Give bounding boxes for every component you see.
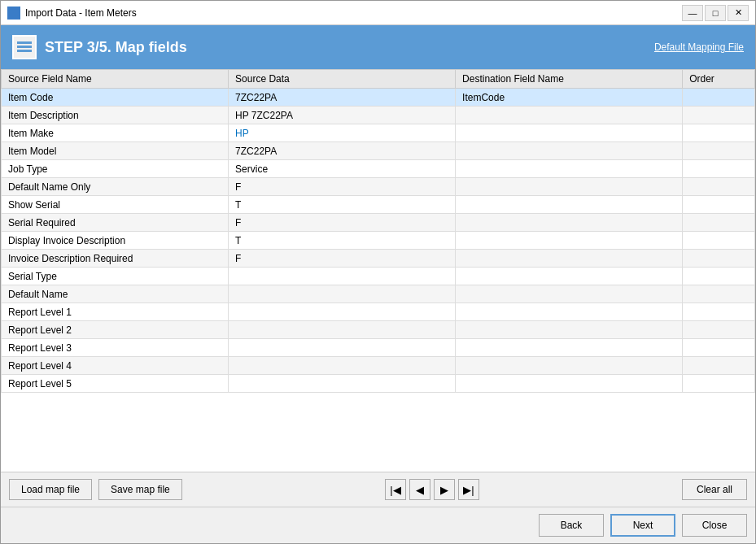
source-data-cell — [229, 375, 456, 393]
last-record-button[interactable]: ▶| — [458, 479, 479, 500]
header-left: STEP 3/5. Map fields — [12, 35, 187, 59]
svg-rect-0 — [9, 8, 13, 12]
bottom-left-buttons: Load map file Save map file — [9, 479, 182, 500]
dest-field-cell — [456, 214, 683, 232]
table-row[interactable]: Report Level 2 — [2, 321, 755, 339]
step-title: STEP 3/5. Map fields — [45, 39, 187, 56]
table-row[interactable]: Item MakeHP — [2, 124, 755, 142]
table-row[interactable]: Job TypeService — [2, 160, 755, 178]
back-button[interactable]: Back — [539, 514, 604, 537]
title-bar: Import Data - Item Meters — □ ✕ — [1, 1, 755, 25]
table-row[interactable]: Show SerialT — [2, 196, 755, 214]
table-row[interactable]: Report Level 5 — [2, 375, 755, 393]
source-field-cell: Report Level 5 — [2, 375, 229, 393]
order-cell — [683, 160, 755, 178]
col-header-order: Order — [683, 70, 755, 89]
table-row[interactable]: Serial RequiredF — [2, 214, 755, 232]
dest-field-cell — [456, 178, 683, 196]
order-cell — [683, 232, 755, 250]
dest-field-cell — [456, 321, 683, 339]
source-field-cell: Report Level 1 — [2, 303, 229, 321]
order-cell — [683, 339, 755, 357]
source-field-cell: Item Description — [2, 107, 229, 124]
order-cell — [683, 285, 755, 303]
order-cell — [683, 89, 755, 107]
dest-field-cell — [456, 196, 683, 214]
source-field-cell: Default Name Only — [2, 178, 229, 196]
table-row[interactable]: Item DescriptionHP 7ZC22PA — [2, 107, 755, 124]
table-row[interactable]: Report Level 4 — [2, 357, 755, 375]
source-data-cell — [229, 339, 456, 357]
title-bar-left: Import Data - Item Meters — [7, 7, 137, 20]
source-data-cell: 7ZC22PA — [229, 89, 456, 107]
load-map-button[interactable]: Load map file — [9, 479, 92, 500]
source-data-cell — [229, 268, 456, 285]
order-cell — [683, 375, 755, 393]
source-field-cell: Show Serial — [2, 196, 229, 214]
content-area: Source Field Name Source Data Destinatio… — [1, 69, 755, 543]
table-row[interactable]: Serial Type — [2, 268, 755, 285]
source-field-cell: Item Make — [2, 124, 229, 142]
minimize-button[interactable]: — — [682, 5, 703, 21]
close-window-button[interactable]: ✕ — [728, 5, 749, 21]
dest-field-cell — [456, 303, 683, 321]
next-record-button[interactable]: ▶ — [434, 479, 455, 500]
next-button[interactable]: Next — [610, 514, 675, 537]
dest-field-cell — [456, 268, 683, 285]
dest-field-cell: ItemCode — [456, 89, 683, 107]
order-cell — [683, 357, 755, 375]
table-row[interactable]: Display Invoice DescriptionT — [2, 232, 755, 250]
source-data-cell — [229, 285, 456, 303]
table-row[interactable]: Default Name — [2, 285, 755, 303]
order-cell — [683, 142, 755, 160]
dest-field-cell — [456, 285, 683, 303]
first-record-button[interactable]: |◀ — [385, 479, 406, 500]
table-row[interactable]: Report Level 3 — [2, 339, 755, 357]
source-field-cell: Item Code — [2, 89, 229, 107]
table-row[interactable]: Item Model7ZC22PA — [2, 142, 755, 160]
source-data-cell: Service — [229, 160, 456, 178]
main-window: Import Data - Item Meters — □ ✕ STEP 3/5… — [0, 0, 756, 544]
maximize-button[interactable]: □ — [705, 5, 726, 21]
order-cell — [683, 268, 755, 285]
order-cell — [683, 250, 755, 268]
save-map-button[interactable]: Save map file — [98, 479, 182, 500]
order-cell — [683, 196, 755, 214]
table-row[interactable]: Invoice Description RequiredF — [2, 250, 755, 268]
dest-field-cell — [456, 160, 683, 178]
source-data-cell: F — [229, 178, 456, 196]
dest-field-cell — [456, 232, 683, 250]
step-icon — [12, 35, 37, 59]
close-button[interactable]: Close — [682, 514, 747, 537]
source-data-cell: HP 7ZC22PA — [229, 107, 456, 124]
bottom-right-buttons: Clear all — [682, 479, 747, 500]
source-field-cell: Invoice Description Required — [2, 250, 229, 268]
table-row[interactable]: Report Level 1 — [2, 303, 755, 321]
source-field-cell: Display Invoice Description — [2, 232, 229, 250]
clear-all-button[interactable]: Clear all — [682, 479, 747, 500]
dest-field-cell — [456, 357, 683, 375]
source-data-cell: T — [229, 196, 456, 214]
order-cell — [683, 303, 755, 321]
window-title: Import Data - Item Meters — [25, 7, 137, 19]
svg-rect-3 — [15, 14, 19, 18]
source-field-cell: Item Model — [2, 142, 229, 160]
svg-rect-2 — [9, 14, 13, 18]
source-data-cell — [229, 303, 456, 321]
default-mapping-link[interactable]: Default Mapping File — [654, 41, 744, 53]
svg-rect-1 — [15, 8, 19, 12]
table-row[interactable]: Default Name OnlyF — [2, 178, 755, 196]
col-header-dest-field: Destination Field Name — [456, 70, 683, 89]
app-icon — [7, 7, 20, 20]
action-bar: Back Next Close — [1, 507, 755, 543]
dest-field-cell — [456, 250, 683, 268]
col-header-source-data: Source Data — [229, 70, 456, 89]
dest-field-cell — [456, 142, 683, 160]
svg-rect-5 — [17, 46, 32, 48]
table-row[interactable]: Item Code7ZC22PAItemCode — [2, 89, 755, 107]
source-data-cell — [229, 357, 456, 375]
table-header-row: Source Field Name Source Data Destinatio… — [2, 70, 755, 89]
source-data-cell: T — [229, 232, 456, 250]
source-data-cell: 7ZC22PA — [229, 142, 456, 160]
prev-record-button[interactable]: ◀ — [409, 479, 430, 500]
